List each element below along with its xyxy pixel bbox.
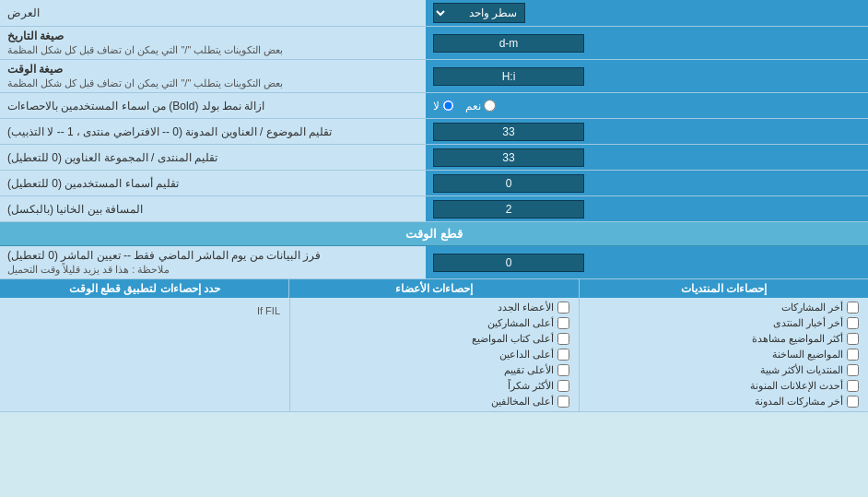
date-format-label-2: بعض التكوينات يتطلب "/" التي يمكن ان تضا… — [7, 44, 283, 56]
row-trim-topic-left — [426, 119, 868, 144]
main-container: سطر واحد العرض صيغة التاريخ بعض التكوينا… — [0, 0, 868, 412]
checkbox-col2-0[interactable] — [557, 302, 569, 314]
radio-no-label[interactable]: لا — [433, 100, 454, 112]
time-format-label-2: بعض التكوينات يتطلب "/" التي يمكن ان تضا… — [7, 77, 283, 89]
trim-topic-label: تقليم الموضوع / العناوين المدونة (0 -- ا… — [7, 125, 332, 138]
row-trim-forum-right: تقليم المنتدى / المجموعة العناوين (0 للت… — [0, 145, 426, 170]
date-format-input[interactable] — [433, 34, 584, 53]
row-trim-forum: تقليم المنتدى / المجموعة العناوين (0 للت… — [0, 145, 868, 171]
row-bold-remove-right: ازالة نمط بولد (Bold) من اسماء المستخدمي… — [0, 93, 426, 118]
stats-col2-item-6: أعلى المخالفين — [299, 396, 569, 408]
row-trim-topic-right: تقليم الموضوع / العناوين المدونة (0 -- ا… — [0, 119, 426, 144]
radio-yes[interactable] — [484, 100, 496, 112]
time-format-label-1: صيغة الوقت — [7, 63, 63, 76]
stats-col1-header: إحصاءات المنتديات — [579, 279, 868, 298]
stats-col1-item-1: أخر أخبار المنتدى — [589, 317, 859, 329]
checkbox-col2-5[interactable] — [557, 380, 569, 392]
date-format-label-1: صيغة التاريخ — [7, 30, 64, 42]
cutoff-input[interactable] — [433, 254, 584, 272]
cutoff-label-1: فرز البيانات من يوم الماشر الماضي فقط --… — [7, 249, 321, 262]
trim-topic-input[interactable] — [433, 123, 584, 141]
row-trim-users-left — [426, 171, 868, 195]
row-display: سطر واحد العرض — [0, 0, 868, 27]
bold-remove-label: ازالة نمط بولد (Bold) من اسماء المستخدمي… — [7, 100, 264, 112]
row-trim-users-right: تقليم أسماء المستخدمين (0 للتعطيل) — [0, 171, 426, 195]
row-bold-remove-left: نعم لا — [426, 93, 868, 118]
checkbox-col2-4[interactable] — [557, 364, 569, 376]
stats-col3: If FIL — [0, 298, 289, 411]
checkbox-col2-6[interactable] — [557, 396, 569, 408]
stats-col2-item-2: أعلى كتاب المواضيع — [299, 333, 569, 345]
row-bold-remove: نعم لا ازالة نمط بولد (Bold) من اسماء ال… — [0, 93, 868, 119]
checkbox-col2-1[interactable] — [557, 317, 569, 329]
row-display-right: العرض — [0, 0, 426, 26]
checkbox-col1-4[interactable] — [847, 364, 859, 376]
row-spacing-right: المسافة بين الخانيا (بالبكسل) — [0, 196, 426, 221]
section-header-cutoff: قطع الوقت — [0, 222, 868, 246]
stats-col1-item-2: أكثر المواضيع مشاهدة — [589, 333, 859, 345]
stats-col2-item-0: الأعضاء الجدد — [299, 302, 569, 314]
checkbox-col1-3[interactable] — [847, 349, 859, 361]
row-cutoff-left — [426, 246, 868, 278]
stats-col1: أخر المشاركات أخر أخبار المنتدى أكثر الم… — [579, 298, 868, 411]
stats-col1-item-4: المنتديات الأكثر شبية — [589, 364, 859, 376]
checkbox-col1-0[interactable] — [847, 302, 859, 314]
row-time-format-left — [426, 60, 868, 92]
bold-radio-group: نعم لا — [433, 100, 496, 112]
stats-col2-item-1: أعلى المشاركين — [299, 317, 569, 329]
trim-forum-label: تقليم المنتدى / المجموعة العناوين (0 للت… — [7, 151, 217, 164]
stats-col2: الأعضاء الجدد أعلى المشاركين أعلى كتاب ا… — [289, 298, 579, 411]
row-date-format-right: صيغة التاريخ بعض التكوينات يتطلب "/" الت… — [0, 27, 426, 59]
checkbox-col1-5[interactable] — [847, 380, 859, 392]
trim-users-input[interactable] — [433, 174, 584, 193]
row-time-format-right: صيغة الوقت بعض التكوينات يتطلب "/" التي … — [0, 60, 426, 92]
trim-users-label: تقليم أسماء المستخدمين (0 للتعطيل) — [7, 177, 179, 190]
checkbox-col1-6[interactable] — [847, 396, 859, 408]
checkbox-col1-1[interactable] — [847, 317, 859, 329]
row-time-format: صيغة الوقت بعض التكوينات يتطلب "/" التي … — [0, 60, 868, 93]
row-spacing: المسافة بين الخانيا (بالبكسل) — [0, 196, 868, 222]
display-select[interactable]: سطر واحد — [433, 3, 525, 23]
stats-header-row: إحصاءات المنتديات إحصاءات الأعضاء حدد إح… — [0, 279, 868, 298]
stats-col2-item-4: الأعلى تقييم — [299, 364, 569, 376]
row-date-format: صيغة التاريخ بعض التكوينات يتطلب "/" الت… — [0, 27, 868, 60]
stats-col2-item-5: الأكثر شكراً — [299, 380, 569, 392]
row-cutoff-right: فرز البيانات من يوم الماشر الماضي فقط --… — [0, 246, 426, 278]
stats-col1-item-5: أحدث الإعلانات المنونة — [589, 380, 859, 392]
checkbox-col2-2[interactable] — [557, 333, 569, 345]
spacing-label: المسافة بين الخانيا (بالبكسل) — [7, 203, 143, 216]
radio-no[interactable] — [442, 100, 454, 112]
stats-col2-header: إحصاءات الأعضاء — [288, 279, 578, 298]
stats-note: If FIL — [9, 302, 280, 316]
stats-col1-item-0: أخر المشاركات — [589, 302, 859, 314]
trim-forum-input[interactable] — [433, 148, 584, 167]
radio-yes-label[interactable]: نعم — [465, 100, 496, 112]
row-cutoff: فرز البيانات من يوم الماشر الماضي فقط --… — [0, 246, 868, 279]
row-trim-users: تقليم أسماء المستخدمين (0 للتعطيل) — [0, 171, 868, 196]
time-format-input[interactable] — [433, 67, 584, 86]
row-trim-topic: تقليم الموضوع / العناوين المدونة (0 -- ا… — [0, 119, 868, 145]
stats-checkboxes-grid: أخر المشاركات أخر أخبار المنتدى أكثر الم… — [0, 298, 868, 412]
row-spacing-left — [426, 196, 868, 221]
stats-col1-item-3: المواضيع الساخنة — [589, 349, 859, 361]
spacing-input[interactable] — [433, 200, 584, 219]
stats-col3-header: حدد إحصاءات لتطبيق قطع الوقت — [0, 279, 288, 298]
checkbox-col2-3[interactable] — [557, 349, 569, 361]
row-display-left: سطر واحد — [426, 0, 868, 26]
stats-col1-item-6: أخر مشاركات المدونة — [589, 396, 859, 408]
cutoff-label-2: ملاحظة : هذا قد يزيد قليلاً وقت التحميل — [7, 264, 170, 276]
stats-col2-item-3: أعلى الداعين — [299, 349, 569, 361]
checkbox-col1-2[interactable] — [847, 333, 859, 345]
row-trim-forum-left — [426, 145, 868, 170]
stats-area: إحصاءات المنتديات إحصاءات الأعضاء حدد إح… — [0, 279, 868, 412]
row-date-format-left — [426, 27, 868, 59]
display-label: العرض — [7, 6, 40, 19]
